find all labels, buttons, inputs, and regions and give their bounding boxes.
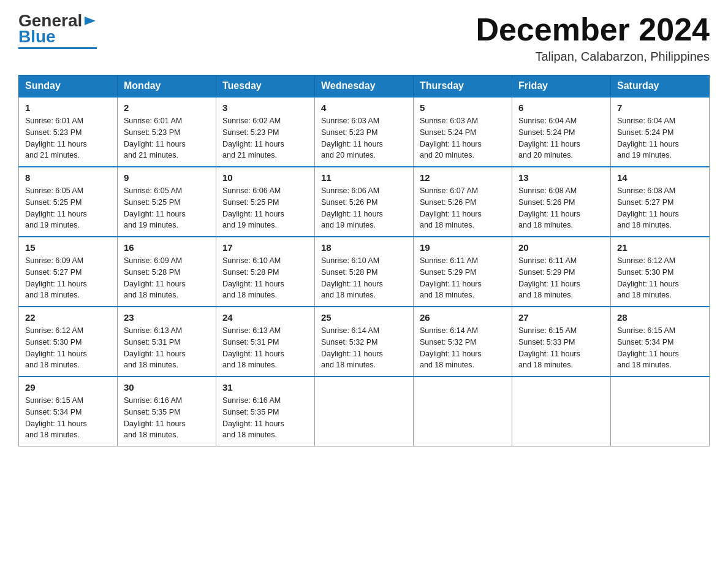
day-info: Sunrise: 6:16 AMSunset: 5:35 PMDaylight:… <box>222 395 308 441</box>
day-info: Sunrise: 6:01 AMSunset: 5:23 PMDaylight:… <box>124 115 210 161</box>
day-number: 15 <box>25 242 111 253</box>
week-row-2: 8Sunrise: 6:05 AMSunset: 5:25 PMDaylight… <box>19 167 710 237</box>
day-info: Sunrise: 6:03 AMSunset: 5:24 PMDaylight:… <box>420 115 506 161</box>
calendar-cell: 6Sunrise: 6:04 AMSunset: 5:24 PMDaylight… <box>512 97 611 167</box>
calendar-cell: 5Sunrise: 6:03 AMSunset: 5:24 PMDaylight… <box>414 97 512 167</box>
week-row-3: 15Sunrise: 6:09 AMSunset: 5:27 PMDayligh… <box>19 237 710 307</box>
week-row-4: 22Sunrise: 6:12 AMSunset: 5:30 PMDayligh… <box>19 307 710 377</box>
calendar-cell: 4Sunrise: 6:03 AMSunset: 5:23 PMDaylight… <box>315 97 414 167</box>
day-info: Sunrise: 6:09 AMSunset: 5:27 PMDaylight:… <box>25 255 111 301</box>
week-row-5: 29Sunrise: 6:15 AMSunset: 5:34 PMDayligh… <box>19 377 710 446</box>
day-number: 19 <box>420 242 506 253</box>
calendar-cell: 10Sunrise: 6:06 AMSunset: 5:25 PMDayligh… <box>216 167 315 237</box>
calendar-cell: 22Sunrise: 6:12 AMSunset: 5:30 PMDayligh… <box>19 307 118 377</box>
day-info: Sunrise: 6:15 AMSunset: 5:34 PMDaylight:… <box>617 325 703 371</box>
day-info: Sunrise: 6:12 AMSunset: 5:30 PMDaylight:… <box>25 325 111 371</box>
calendar-cell: 9Sunrise: 6:05 AMSunset: 5:25 PMDaylight… <box>118 167 216 237</box>
calendar-cell <box>512 377 611 446</box>
day-number: 10 <box>222 172 308 183</box>
calendar-cell: 2Sunrise: 6:01 AMSunset: 5:23 PMDaylight… <box>118 97 216 167</box>
day-number: 5 <box>420 102 506 113</box>
day-info: Sunrise: 6:15 AMSunset: 5:34 PMDaylight:… <box>25 395 111 441</box>
calendar-cell <box>315 377 414 446</box>
calendar-title: December 2024 <box>476 12 710 47</box>
header-wednesday: Wednesday <box>315 75 414 98</box>
calendar-cell: 14Sunrise: 6:08 AMSunset: 5:27 PMDayligh… <box>611 167 710 237</box>
day-number: 1 <box>25 102 111 113</box>
day-info: Sunrise: 6:02 AMSunset: 5:23 PMDaylight:… <box>222 115 308 161</box>
day-info: Sunrise: 6:12 AMSunset: 5:30 PMDaylight:… <box>617 255 703 301</box>
day-number: 3 <box>222 102 308 113</box>
calendar-cell: 20Sunrise: 6:11 AMSunset: 5:29 PMDayligh… <box>512 237 611 307</box>
calendar-cell: 7Sunrise: 6:04 AMSunset: 5:24 PMDaylight… <box>611 97 710 167</box>
day-info: Sunrise: 6:05 AMSunset: 5:25 PMDaylight:… <box>124 185 210 231</box>
calendar-cell: 21Sunrise: 6:12 AMSunset: 5:30 PMDayligh… <box>611 237 710 307</box>
day-number: 23 <box>124 312 210 323</box>
day-info: Sunrise: 6:09 AMSunset: 5:28 PMDaylight:… <box>124 255 210 301</box>
calendar-cell: 26Sunrise: 6:14 AMSunset: 5:32 PMDayligh… <box>414 307 512 377</box>
calendar-cell: 3Sunrise: 6:02 AMSunset: 5:23 PMDaylight… <box>216 97 315 167</box>
header-sunday: Sunday <box>19 75 118 98</box>
day-number: 30 <box>124 382 210 393</box>
calendar-cell: 8Sunrise: 6:05 AMSunset: 5:25 PMDaylight… <box>19 167 118 237</box>
day-info: Sunrise: 6:13 AMSunset: 5:31 PMDaylight:… <box>124 325 210 371</box>
day-number: 13 <box>518 172 604 183</box>
day-number: 21 <box>617 242 703 253</box>
week-row-1: 1Sunrise: 6:01 AMSunset: 5:23 PMDaylight… <box>19 97 710 167</box>
day-number: 14 <box>617 172 703 183</box>
day-info: Sunrise: 6:08 AMSunset: 5:27 PMDaylight:… <box>617 185 703 231</box>
calendar-cell: 31Sunrise: 6:16 AMSunset: 5:35 PMDayligh… <box>216 377 315 446</box>
day-number: 7 <box>617 102 703 113</box>
day-info: Sunrise: 6:16 AMSunset: 5:35 PMDaylight:… <box>124 395 210 441</box>
day-info: Sunrise: 6:03 AMSunset: 5:23 PMDaylight:… <box>321 115 407 161</box>
day-info: Sunrise: 6:08 AMSunset: 5:26 PMDaylight:… <box>518 185 604 231</box>
day-number: 12 <box>420 172 506 183</box>
day-info: Sunrise: 6:10 AMSunset: 5:28 PMDaylight:… <box>321 255 407 301</box>
svg-marker-0 <box>85 17 96 25</box>
calendar-cell: 13Sunrise: 6:08 AMSunset: 5:26 PMDayligh… <box>512 167 611 237</box>
day-number: 18 <box>321 242 407 253</box>
calendar-cell: 15Sunrise: 6:09 AMSunset: 5:27 PMDayligh… <box>19 237 118 307</box>
calendar-cell: 23Sunrise: 6:13 AMSunset: 5:31 PMDayligh… <box>118 307 216 377</box>
calendar-location: Talipan, Calabarzon, Philippines <box>476 50 710 64</box>
day-number: 22 <box>25 312 111 323</box>
day-number: 9 <box>124 172 210 183</box>
day-info: Sunrise: 6:04 AMSunset: 5:24 PMDaylight:… <box>617 115 703 161</box>
calendar-table: SundayMondayTuesdayWednesdayThursdayFrid… <box>18 75 710 446</box>
day-number: 11 <box>321 172 407 183</box>
calendar-cell: 28Sunrise: 6:15 AMSunset: 5:34 PMDayligh… <box>611 307 710 377</box>
logo-underline <box>18 47 97 49</box>
day-number: 16 <box>124 242 210 253</box>
day-number: 31 <box>222 382 308 393</box>
logo-arrow-icon <box>83 14 97 28</box>
day-info: Sunrise: 6:14 AMSunset: 5:32 PMDaylight:… <box>321 325 407 371</box>
title-block: December 2024 Talipan, Calabarzon, Phili… <box>476 12 710 64</box>
calendar-cell: 12Sunrise: 6:07 AMSunset: 5:26 PMDayligh… <box>414 167 512 237</box>
day-number: 24 <box>222 312 308 323</box>
day-info: Sunrise: 6:14 AMSunset: 5:32 PMDaylight:… <box>420 325 506 371</box>
day-number: 4 <box>321 102 407 113</box>
day-number: 17 <box>222 242 308 253</box>
calendar-cell: 1Sunrise: 6:01 AMSunset: 5:23 PMDaylight… <box>19 97 118 167</box>
calendar-cell: 19Sunrise: 6:11 AMSunset: 5:29 PMDayligh… <box>414 237 512 307</box>
day-number: 6 <box>518 102 604 113</box>
day-number: 26 <box>420 312 506 323</box>
day-info: Sunrise: 6:07 AMSunset: 5:26 PMDaylight:… <box>420 185 506 231</box>
calendar-cell: 30Sunrise: 6:16 AMSunset: 5:35 PMDayligh… <box>118 377 216 446</box>
day-number: 2 <box>124 102 210 113</box>
calendar-cell: 27Sunrise: 6:15 AMSunset: 5:33 PMDayligh… <box>512 307 611 377</box>
calendar-cell: 11Sunrise: 6:06 AMSunset: 5:26 PMDayligh… <box>315 167 414 237</box>
day-info: Sunrise: 6:04 AMSunset: 5:24 PMDaylight:… <box>518 115 604 161</box>
page-header: General Blue December 2024 Talipan, Cala… <box>18 12 710 64</box>
day-number: 27 <box>518 312 604 323</box>
day-info: Sunrise: 6:06 AMSunset: 5:25 PMDaylight:… <box>222 185 308 231</box>
day-info: Sunrise: 6:13 AMSunset: 5:31 PMDaylight:… <box>222 325 308 371</box>
calendar-cell: 24Sunrise: 6:13 AMSunset: 5:31 PMDayligh… <box>216 307 315 377</box>
calendar-cell <box>414 377 512 446</box>
day-info: Sunrise: 6:11 AMSunset: 5:29 PMDaylight:… <box>420 255 506 301</box>
day-number: 28 <box>617 312 703 323</box>
day-number: 20 <box>518 242 604 253</box>
day-number: 29 <box>25 382 111 393</box>
day-info: Sunrise: 6:11 AMSunset: 5:29 PMDaylight:… <box>518 255 604 301</box>
day-info: Sunrise: 6:05 AMSunset: 5:25 PMDaylight:… <box>25 185 111 231</box>
